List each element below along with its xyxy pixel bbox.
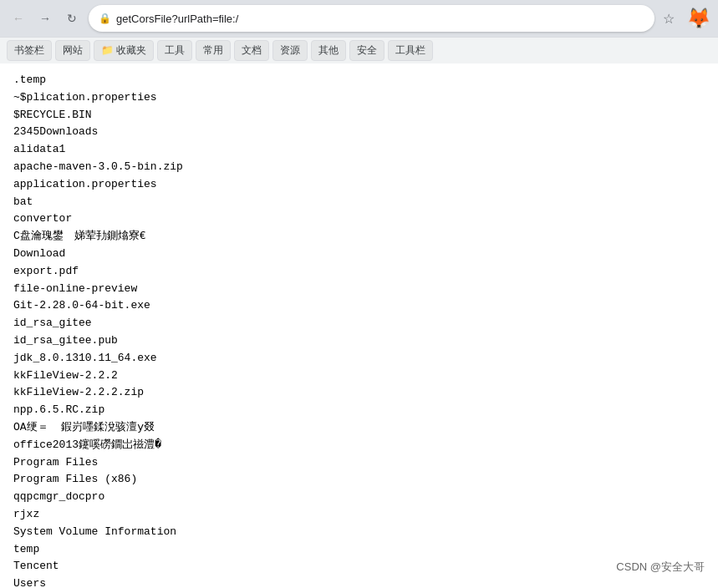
bookmark-item[interactable]: 书签栏 [7,40,52,61]
list-item[interactable]: ~$plication.properties [13,89,705,107]
firefox-icon: 🦊 [686,7,711,30]
list-item[interactable]: jdk_8.0.1310.11_64.exe [13,350,705,368]
list-item[interactable]: qqpcmgr_docpro [13,489,705,506]
list-item[interactable]: Program Files (x86) [13,471,705,489]
list-item[interactable]: application.properties [13,176,705,194]
list-item[interactable]: Git-2.28.0-64-bit.exe [13,297,705,315]
back-button[interactable]: ← [7,7,30,30]
list-item[interactable]: Program Files [13,454,705,472]
bookmark-item[interactable]: 文档 [234,40,269,61]
list-item[interactable]: Download [13,246,705,263]
bookmark-item[interactable]: 常用 [196,40,231,61]
list-item[interactable]: file-online-preview [13,281,705,298]
list-item[interactable]: Users [13,575,705,588]
list-item[interactable]: rjxz [13,506,705,524]
nav-buttons: ← → ↻ [7,7,84,30]
address-bar-container[interactable]: 🔒 getCorsFile?urlPath=file:/ [89,5,654,32]
bookmark-item[interactable]: 工具栏 [388,40,433,61]
list-item[interactable]: kkFileView-2.2.2.zip [13,384,705,402]
list-item[interactable]: id_rsa_gitee.pub [13,332,705,350]
bookmark-item[interactable]: 安全 [349,40,384,61]
list-item[interactable]: kkFileView-2.2.2 [13,368,705,385]
list-item[interactable]: npp.6.5.RC.zip [13,402,705,419]
bookmark-item[interactable]: 其他 [311,40,346,61]
browser-toolbar: ← → ↻ 🔒 getCorsFile?urlPath=file:/ ☆ 🦊 [0,0,718,37]
list-item[interactable]: export.pdf [13,263,705,281]
list-item[interactable]: bat [13,194,705,211]
list-item[interactable]: temp [13,541,705,559]
file-list: .temp~$plication.properties$RECYCLE.BIN2… [13,72,705,588]
lock-icon: 🔒 [99,13,111,24]
bookmark-item[interactable]: 📁 收藏夹 [94,40,154,61]
refresh-button[interactable]: ↻ [60,7,84,30]
bookmark-item[interactable]: 资源 [272,40,308,61]
bookmark-item[interactable]: 工具 [157,40,192,61]
bookmark-item[interactable]: 网站 [55,40,90,61]
main-content: .temp~$plication.properties$RECYCLE.BIN2… [0,63,718,588]
list-item[interactable]: .temp [13,72,705,89]
browser-chrome: ← → ↻ 🔒 getCorsFile?urlPath=file:/ ☆ 🦊 书… [0,0,718,63]
list-item[interactable]: id_rsa_gitee [13,315,705,332]
bookmark-star-button[interactable]: ☆ [659,11,678,27]
list-item[interactable]: Tencent [13,558,705,575]
bookmarks-bar: 书签栏 网站 📁 收藏夹 工具 常用 文档 资源 其他 安全 工具栏 [0,37,718,63]
forward-button[interactable]: → [33,7,57,30]
list-item[interactable]: $RECYCLE.BIN [13,107,705,124]
list-item[interactable]: OA绠＝ 鍜岃嚜鍒涗骇澶у叕 [13,419,705,437]
list-item[interactable]: apache-maven-3.0.5-bin.zip [13,159,705,176]
list-item[interactable]: 2345Downloads [13,124,705,141]
list-item[interactable]: System Volume Information [13,524,705,541]
watermark: CSDN @安全大哥 [616,560,705,575]
list-item[interactable]: C盘瀹瑰鐢 娣荤劧鍘熻寮€ [13,228,705,246]
list-item[interactable]: convertor [13,210,705,228]
list-item[interactable]: office2013鑳嗘磱鐗岀禌澧� [13,437,705,454]
address-text: getCorsFile?urlPath=file:/ [116,13,644,25]
list-item[interactable]: alidata1 [13,141,705,159]
